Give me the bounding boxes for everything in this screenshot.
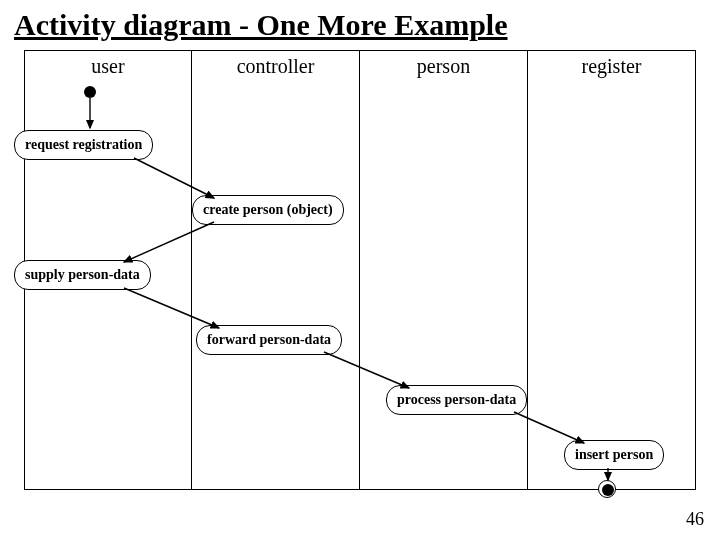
activity-diagram: user controller person register request … bbox=[24, 50, 696, 490]
page-number: 46 bbox=[686, 509, 704, 530]
svg-line-1 bbox=[134, 158, 214, 198]
edges-layer bbox=[24, 50, 696, 490]
svg-line-4 bbox=[324, 352, 409, 388]
svg-line-5 bbox=[514, 412, 584, 443]
svg-line-3 bbox=[124, 288, 219, 328]
svg-line-2 bbox=[124, 222, 214, 262]
page-title: Activity diagram - One More Example bbox=[0, 0, 720, 46]
